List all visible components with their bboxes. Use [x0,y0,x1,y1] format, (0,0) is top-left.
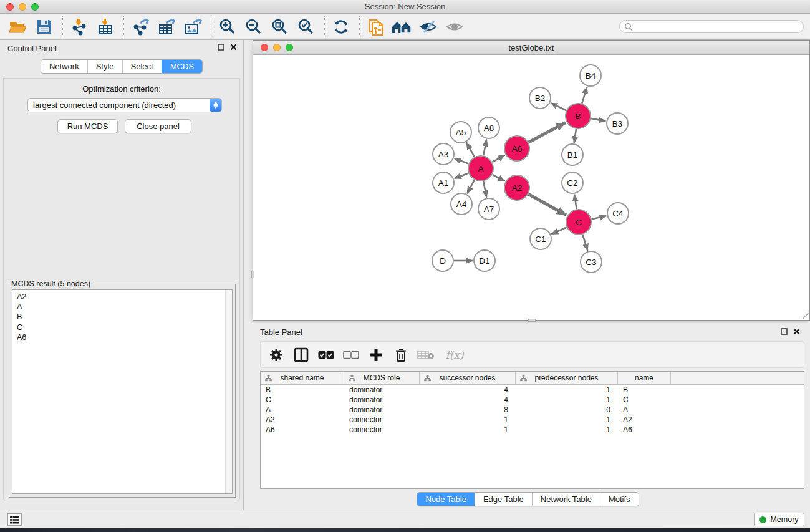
graph-node-C4[interactable]: C4 [607,203,629,224]
zoom-fit-button[interactable] [269,16,291,37]
table-row-a[interactable]: Adominator80A [261,405,804,415]
graph-node-C[interactable]: C [566,210,591,235]
memory-button[interactable]: Memory [754,513,804,526]
graph-edge-B-B1[interactable] [574,129,576,143]
graph-edge-A-A1[interactable] [455,173,469,179]
column-header-name[interactable]: name [618,372,671,384]
column-header-successor-nodes[interactable]: successor nodes [420,372,516,384]
search-field[interactable] [619,20,804,33]
graph-node-A1[interactable]: A1 [433,172,454,193]
graph-edge-C-C4[interactable] [592,216,607,219]
minimize-window-button[interactable] [19,3,26,11]
left-splitter-handle[interactable] [251,271,254,278]
table-row-c[interactable]: Cdominator41C [261,395,804,405]
save-session-button[interactable] [34,16,55,37]
network-canvas[interactable]: AA1A2A3A4A5A6A7A8BB1B2B3B4CC1C2C3C4DD1 [253,55,809,320]
mcds-result-item-b[interactable]: B [17,312,232,322]
graph-edge-C-C2[interactable] [574,195,577,210]
zoom-selected-button[interactable] [296,16,317,37]
criterion-dropdown[interactable]: largest connected component (directed) [27,98,222,112]
export-network-button[interactable] [130,16,151,37]
import-network-button[interactable] [69,16,90,37]
network-zoom-button[interactable] [286,44,293,51]
mcds-result-item-a[interactable]: A [17,302,232,312]
graph-node-B2[interactable]: B2 [529,87,551,109]
table-row-a2[interactable]: A2connector11A2 [261,415,804,425]
table-tab-network-table[interactable]: Network Table [532,493,600,506]
network-minimize-button[interactable] [273,44,281,51]
deselect-all-columns-button[interactable] [340,344,362,365]
close-panel-icon[interactable] [793,328,800,335]
float-panel-icon[interactable] [781,328,788,335]
zoom-window-button[interactable] [31,3,39,11]
graph-node-B1[interactable]: B1 [562,144,583,165]
graph-edge-B-B2[interactable] [551,103,566,110]
graph-edge-A-A7[interactable] [483,181,486,198]
column-header-shared-name[interactable]: shared name [261,372,344,384]
graph-node-B3[interactable]: B3 [607,113,628,134]
open-file-button[interactable] [7,16,29,37]
mcds-result-item-a6[interactable]: A6 [17,332,232,342]
mcds-result-item-a2[interactable]: A2 [17,292,232,302]
graph-edge-C-C1[interactable] [551,228,566,235]
graph-node-C1[interactable]: C1 [530,228,551,249]
mcds-result-list[interactable]: A2ABCA6 [12,289,233,494]
first-neighbors-button[interactable] [392,16,413,37]
apply-preferred-layout-button[interactable] [330,16,352,37]
zoom-out-button[interactable] [243,16,264,37]
search-input[interactable] [636,22,799,31]
split-table-view-button[interactable] [291,344,312,365]
graph-node-A5[interactable]: A5 [450,122,471,143]
add-column-button[interactable] [365,344,387,365]
close-panel-icon[interactable] [230,44,237,51]
graph-edge-A6-B[interactable] [529,123,566,142]
new-network-from-selection-button[interactable] [365,16,387,37]
table-tab-motifs[interactable]: Motifs [600,493,639,506]
export-table-button[interactable] [156,16,177,37]
delete-table-button[interactable] [415,344,436,365]
delete-column-button[interactable] [390,344,412,365]
bottom-splitter-handle[interactable] [528,319,536,322]
task-history-button[interactable] [7,513,22,526]
zoom-in-button[interactable] [217,16,238,37]
graph-node-A2[interactable]: A2 [504,175,529,200]
network-close-button[interactable] [261,44,268,51]
graph-node-A[interactable]: A [468,156,493,181]
graph-node-A4[interactable]: A4 [451,193,472,215]
graph-node-B[interactable]: B [566,104,591,128]
graph-edge-A-A2[interactable] [493,175,505,181]
close-panel-button[interactable]: Close panel [125,119,191,133]
graph-node-A8[interactable]: A8 [478,117,499,138]
hide-selected-button[interactable] [418,16,439,37]
import-table-button[interactable] [95,16,116,37]
column-header-empty[interactable] [671,372,804,384]
table-tab-node-table[interactable]: Node Table [417,493,475,506]
graph-edge-B-B3[interactable] [591,118,606,122]
table-row-a6[interactable]: A6connector11A6 [261,425,804,435]
column-header-MCDS-role[interactable]: MCDS role [344,372,420,384]
graph-node-A7[interactable]: A7 [478,198,499,220]
graph-edge-A-A3[interactable] [455,158,469,164]
graph-node-A3[interactable]: A3 [433,143,454,165]
column-header-predecessor-nodes[interactable]: predecessor nodes [516,372,618,384]
table-settings-button[interactable] [266,344,287,365]
graph-edge-A-A6[interactable] [492,155,504,162]
resize-grip[interactable] [803,313,809,319]
graph-node-A6[interactable]: A6 [504,136,529,161]
float-panel-icon[interactable] [218,44,224,51]
graph-node-C3[interactable]: C3 [581,251,602,273]
function-builder-button[interactable]: f(x) [440,344,469,365]
graph-node-C2[interactable]: C2 [562,172,583,193]
graph-edge-A-A4[interactable] [467,180,475,193]
mcds-result-item-c[interactable]: C [17,322,232,332]
close-window-button[interactable] [6,3,14,11]
select-all-columns-button[interactable] [316,344,337,365]
tab-style[interactable]: Style [87,60,122,73]
tab-select[interactable]: Select [122,60,162,73]
run-mcds-button[interactable]: Run MCDS [57,119,118,133]
graph-edge-A2-C[interactable] [528,194,566,215]
table-row-b[interactable]: Bdominator41B [261,385,804,395]
show-all-button[interactable] [444,16,465,37]
graph-node-D1[interactable]: D1 [474,250,495,271]
graph-edge-A-A5[interactable] [466,143,475,157]
